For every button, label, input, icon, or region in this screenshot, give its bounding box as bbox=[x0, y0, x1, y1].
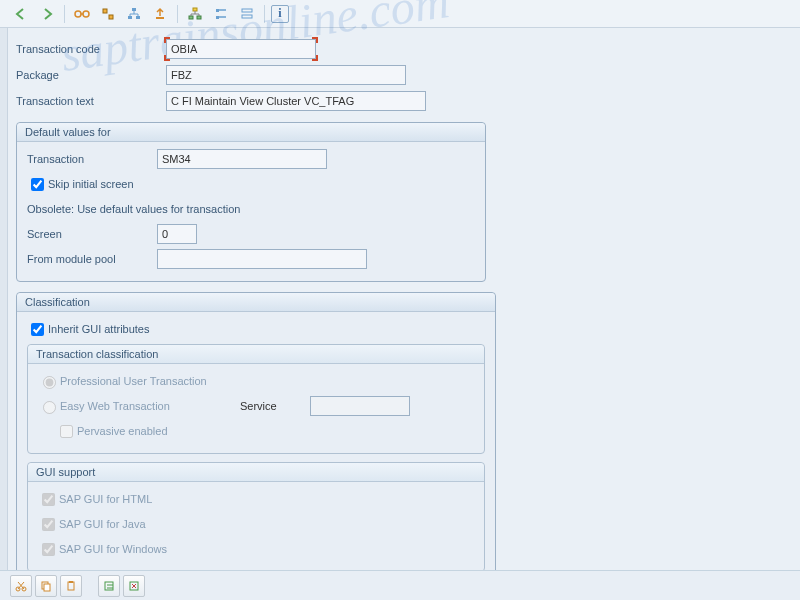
marker-bl bbox=[164, 55, 170, 61]
svg-point-1 bbox=[83, 11, 89, 17]
default-values-title: Default values for bbox=[17, 123, 485, 142]
pervasive-label: Pervasive enabled bbox=[77, 425, 168, 437]
gui-win-label: SAP GUI for Windows bbox=[59, 543, 167, 555]
tcode-label: Transaction code bbox=[16, 43, 166, 55]
inherit-label: Inherit GUI attributes bbox=[48, 323, 150, 335]
info-icon[interactable]: i bbox=[271, 5, 289, 23]
svg-rect-34 bbox=[105, 582, 113, 590]
module-pool-label: From module pool bbox=[27, 253, 157, 265]
gui-html-label: SAP GUI for HTML bbox=[59, 493, 152, 505]
marker-tl bbox=[164, 37, 170, 43]
svg-rect-14 bbox=[189, 16, 193, 19]
form-icon[interactable] bbox=[98, 575, 120, 597]
svg-rect-7 bbox=[136, 16, 140, 19]
toolbar-sep bbox=[64, 5, 65, 23]
marker-br bbox=[312, 55, 318, 61]
skip-initial-checkbox[interactable] bbox=[31, 178, 44, 191]
toolbar: i bbox=[0, 0, 800, 28]
skip-initial-label: Skip initial screen bbox=[48, 178, 134, 190]
easy-web-label: Easy Web Transaction bbox=[60, 400, 240, 412]
nav-forward-icon[interactable] bbox=[36, 3, 58, 25]
screen-input[interactable] bbox=[157, 224, 197, 244]
gui-win-checkbox bbox=[42, 543, 55, 556]
marker-tr bbox=[312, 37, 318, 43]
nav-back-icon[interactable] bbox=[10, 3, 32, 25]
svg-rect-25 bbox=[242, 15, 252, 18]
tree2-icon[interactable] bbox=[210, 3, 232, 25]
paste-icon[interactable] bbox=[60, 575, 82, 597]
classification-group: Classification Inherit GUI attributes Tr… bbox=[16, 292, 496, 581]
tcode-input[interactable] bbox=[166, 39, 316, 59]
toolbar-sep bbox=[177, 5, 178, 23]
export-icon[interactable] bbox=[149, 3, 171, 25]
svg-rect-13 bbox=[193, 8, 197, 11]
screen-label: Screen bbox=[27, 228, 157, 240]
obsolete-text: Obsolete: Use default values for transac… bbox=[27, 203, 240, 215]
package-input[interactable] bbox=[166, 65, 406, 85]
delete-icon[interactable] bbox=[123, 575, 145, 597]
hierarchy-icon[interactable] bbox=[123, 3, 145, 25]
pervasive-checkbox bbox=[60, 425, 73, 438]
content-area: Transaction code Package Transaction tex… bbox=[0, 28, 800, 581]
ttext-label: Transaction text bbox=[16, 95, 166, 107]
gui-java-checkbox bbox=[42, 518, 55, 531]
default-values-group: Default values for Transaction Skip init… bbox=[16, 122, 486, 282]
tcode-wrap bbox=[166, 39, 316, 59]
gui-html-checkbox bbox=[42, 493, 55, 506]
professional-label: Professional User Transaction bbox=[60, 375, 207, 387]
professional-radio bbox=[43, 376, 56, 389]
toolbar-sep bbox=[264, 5, 265, 23]
transaction-classification-group: Transaction classification Professional … bbox=[27, 344, 485, 454]
ttext-input[interactable] bbox=[166, 91, 426, 111]
display-object-icon[interactable] bbox=[97, 3, 119, 25]
gui-support-group: GUI support SAP GUI for HTML SAP GUI for… bbox=[27, 462, 485, 572]
classification-title: Classification bbox=[17, 293, 495, 312]
tc-title: Transaction classification bbox=[28, 345, 484, 364]
service-input bbox=[310, 396, 410, 416]
svg-rect-24 bbox=[242, 9, 252, 12]
glasses-icon[interactable] bbox=[71, 3, 93, 25]
module-pool-input[interactable] bbox=[157, 249, 367, 269]
svg-rect-15 bbox=[197, 16, 201, 19]
svg-rect-4 bbox=[109, 15, 113, 19]
transaction-input[interactable] bbox=[157, 149, 327, 169]
tree1-icon[interactable] bbox=[184, 3, 206, 25]
inherit-checkbox[interactable] bbox=[31, 323, 44, 336]
tree3-icon[interactable] bbox=[236, 3, 258, 25]
gui-java-label: SAP GUI for Java bbox=[59, 518, 146, 530]
svg-rect-31 bbox=[44, 584, 50, 591]
svg-rect-21 bbox=[216, 16, 219, 19]
svg-rect-20 bbox=[216, 9, 219, 12]
svg-rect-6 bbox=[128, 16, 132, 19]
transaction-label: Transaction bbox=[27, 153, 157, 165]
splitter-bar[interactable] bbox=[0, 28, 8, 570]
easy-web-radio bbox=[43, 401, 56, 414]
svg-rect-32 bbox=[68, 582, 74, 590]
svg-point-0 bbox=[75, 11, 81, 17]
copy-icon[interactable] bbox=[35, 575, 57, 597]
gui-title: GUI support bbox=[28, 463, 484, 482]
svg-rect-12 bbox=[156, 17, 164, 19]
footer-toolbar bbox=[0, 570, 800, 600]
svg-rect-33 bbox=[69, 581, 73, 583]
cut-icon[interactable] bbox=[10, 575, 32, 597]
svg-rect-5 bbox=[132, 8, 136, 11]
service-label: Service bbox=[240, 400, 310, 412]
svg-rect-3 bbox=[103, 9, 107, 13]
package-label: Package bbox=[16, 69, 166, 81]
